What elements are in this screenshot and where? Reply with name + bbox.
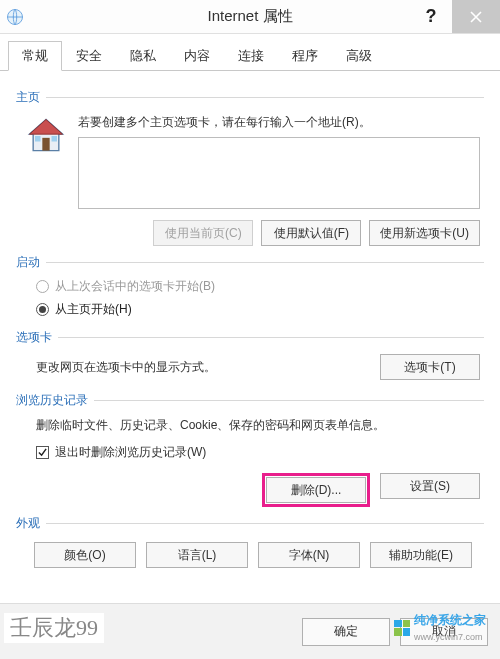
section-appearance: 外观 (16, 515, 484, 532)
titlebar: Internet 属性 ? (0, 0, 500, 34)
window-title: Internet 属性 (207, 7, 292, 26)
section-startup: 启动 (16, 254, 484, 271)
use-current-button: 使用当前页(C) (153, 220, 253, 246)
radio-icon-checked (36, 303, 49, 316)
tab-programs[interactable]: 程序 (278, 41, 332, 71)
svg-rect-3 (42, 138, 49, 151)
tab-general[interactable]: 常规 (8, 41, 62, 71)
home-url-textarea[interactable] (78, 137, 480, 209)
radio-last-session: 从上次会话中的选项卡开始(B) (16, 275, 484, 298)
watermark-logo-icon (394, 620, 410, 636)
radio-home-start[interactable]: 从主页开始(H) (16, 298, 484, 321)
author-tag: 壬辰龙99 (4, 613, 104, 643)
tab-advanced[interactable]: 高级 (332, 41, 386, 71)
tab-connections[interactable]: 连接 (224, 41, 278, 71)
radio-icon (36, 280, 49, 293)
accessibility-button[interactable]: 辅助功能(E) (370, 542, 472, 568)
section-home: 主页 (16, 89, 484, 106)
checkbox-icon (36, 446, 49, 459)
svg-rect-5 (52, 136, 58, 142)
tabs-button[interactable]: 选项卡(T) (380, 354, 480, 380)
ok-button[interactable]: 确定 (302, 618, 390, 646)
internet-icon (6, 8, 24, 26)
tabs-desc: 更改网页在选项卡中的显示方式。 (36, 359, 216, 376)
watermark: 纯净系统之家 www.ycwin7.com (394, 612, 486, 643)
help-button[interactable]: ? (410, 0, 452, 33)
tab-strip: 常规 安全 隐私 内容 连接 程序 高级 (0, 34, 500, 71)
home-instruction: 若要创建多个主页选项卡，请在每行输入一个地址(R)。 (78, 114, 480, 131)
tab-privacy[interactable]: 隐私 (116, 41, 170, 71)
history-settings-button[interactable]: 设置(S) (380, 473, 480, 499)
use-default-button[interactable]: 使用默认值(F) (261, 220, 361, 246)
delete-button[interactable]: 删除(D)... (266, 477, 366, 503)
svg-rect-4 (35, 136, 41, 142)
history-desc: 删除临时文件、历史记录、Cookie、保存的密码和网页表单信息。 (16, 413, 484, 440)
section-history: 浏览历史记录 (16, 392, 484, 409)
color-button[interactable]: 颜色(O) (34, 542, 136, 568)
section-tabs: 选项卡 (16, 329, 484, 346)
house-icon (24, 114, 68, 158)
font-button[interactable]: 字体(N) (258, 542, 360, 568)
delete-on-exit-check[interactable]: 退出时删除浏览历史记录(W) (16, 440, 484, 469)
svg-marker-2 (30, 120, 63, 135)
delete-highlight-box: 删除(D)... (262, 473, 370, 507)
close-button[interactable] (452, 0, 500, 33)
tab-content[interactable]: 内容 (170, 41, 224, 71)
use-newtab-button[interactable]: 使用新选项卡(U) (369, 220, 480, 246)
tab-security[interactable]: 安全 (62, 41, 116, 71)
language-button[interactable]: 语言(L) (146, 542, 248, 568)
